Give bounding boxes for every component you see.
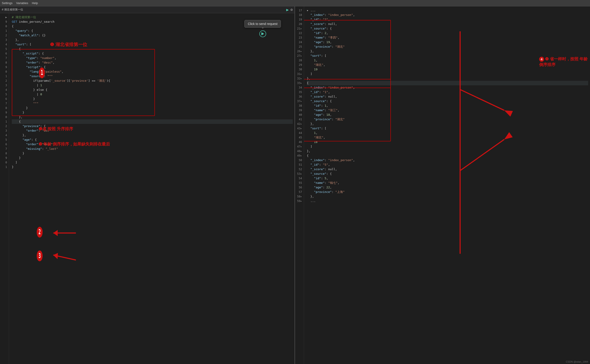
code-line: "name": "钱七", xyxy=(307,181,588,185)
code-line: } xyxy=(12,165,293,169)
code-line: { xyxy=(12,47,293,51)
play-icon xyxy=(261,32,264,35)
code-line: } xyxy=(12,97,293,101)
response-content: 17 18 19 20 21▸ 22 23 24 25 26▸ 27▸ 28 2… xyxy=(295,6,590,364)
code-line: "name": "李四", xyxy=(307,35,588,40)
code-line: } xyxy=(12,110,293,115)
code-line: "province": "上海" xyxy=(307,190,588,194)
code-line: 19 xyxy=(307,67,588,72)
code-line: ] xyxy=(12,160,293,165)
code-line: ] xyxy=(307,72,588,76)
code-line: } else { xyxy=(12,88,293,92)
response-line-numbers: 17 18 19 20 21▸ 22 23 24 25 26▸ 27▸ 28 2… xyxy=(295,6,304,364)
code-line: "sort": [ xyxy=(307,53,588,58)
code-line: "_id": "1", xyxy=(307,90,588,94)
code-line: "_script": { xyxy=(12,51,293,56)
code-line: "order": "asc" xyxy=(12,129,293,133)
code-line: }, xyxy=(307,122,588,126)
menu-item-variables[interactable]: Variables xyxy=(16,1,28,5)
code-line: "type": "number", xyxy=(12,56,293,60)
code-line: "_id": "2", xyxy=(307,17,588,22)
menubar: Settings Variables Help xyxy=(0,0,590,6)
code-line: "id": 5, xyxy=(307,176,588,181)
code-line: } xyxy=(12,151,293,156)
line-numbers: ▶ 9 0 1 2 3 4 5 6 7 8 9 0 1 2 3 4 5 6 7 xyxy=(0,13,9,364)
code-line: "湖北", xyxy=(307,63,588,67)
code-line: ▸ ... xyxy=(307,8,588,13)
code-line: "sort": [ xyxy=(12,42,293,47)
code-line: ... xyxy=(307,199,588,203)
code-line: "order": "desc", xyxy=(12,142,293,147)
svg-marker-0 xyxy=(261,32,264,35)
code-line: "id": 1, xyxy=(307,104,588,108)
code-line: }, xyxy=(307,76,588,81)
code-line: "_index": "index_person", xyxy=(307,13,588,17)
code-line: }, xyxy=(307,194,588,199)
editor-icons: ▶ ⚙ xyxy=(286,7,293,12)
code-line: "_index": "index_person", xyxy=(307,85,588,90)
response-code-area: ▸ ... "_index": "index_person", "_id": "… xyxy=(304,6,590,364)
link-icon[interactable]: ⚙ xyxy=(291,7,293,12)
code-line: { xyxy=(12,119,293,124)
code-line: if(params['_source']['province'] == '湖北'… xyxy=(12,78,293,83)
code-line: "missing": "_last" xyxy=(12,147,293,151)
send-request-area: Click to send request xyxy=(244,20,281,37)
tooltip-bubble: Click to send request xyxy=(244,20,281,28)
code-line: # 湖北省排第一位 xyxy=(12,15,293,20)
code-line: "age": { xyxy=(12,137,293,142)
code-line: { xyxy=(307,81,588,85)
code-line: "_id": "5", xyxy=(307,162,588,167)
code-line: """ xyxy=(12,101,293,106)
code-line: { xyxy=(307,153,588,158)
code-line: } xyxy=(12,156,293,160)
code-line: "湖北", xyxy=(307,135,588,140)
response-panel: 17 18 19 20 21▸ 22 23 24 25 26▸ 27▸ 28 2… xyxy=(295,6,590,364)
code-line: "_source": { xyxy=(307,99,588,104)
code-line: } xyxy=(12,106,293,110)
code-line: "age": 19, xyxy=(307,40,588,45)
code-line: "_source": { xyxy=(307,172,588,176)
code-line: "age": 22, xyxy=(307,185,588,190)
code-line: | 1 xyxy=(12,83,293,88)
code-line: 1, xyxy=(307,58,588,63)
code-line: }, xyxy=(12,115,293,119)
code-line: "_score": null, xyxy=(307,22,588,26)
code-line: "_score": null, xyxy=(307,94,588,99)
code-line: }, xyxy=(12,133,293,137)
editor-panel: # 湖北省排第一位 ▶ ⚙ Click to send request ▶ 9 … xyxy=(0,6,295,364)
code-line: 18 xyxy=(307,140,588,144)
code-line: }, xyxy=(307,149,588,153)
watermark: CSDN @wlan_1994 xyxy=(566,360,588,363)
code-line: "province": "湖北" xyxy=(307,117,588,122)
code-line: "province": { xyxy=(12,124,293,129)
code-line: "source": """ xyxy=(12,74,293,78)
code-line: "script": { xyxy=(12,65,293,69)
code-line: "order": "desc", xyxy=(12,60,293,65)
code-line: "name": "张三", xyxy=(307,108,588,113)
editor-title: # 湖北省排第一位 xyxy=(2,8,23,12)
menu-item-settings[interactable]: Settings xyxy=(2,1,13,5)
run-icon[interactable]: ▶ xyxy=(286,7,289,12)
code-line: "_score": null, xyxy=(307,167,588,172)
main-layout: # 湖北省排第一位 ▶ ⚙ Click to send request ▶ 9 … xyxy=(0,6,590,364)
tooltip-text: Click to send request xyxy=(248,22,278,26)
editor-header: # 湖北省排第一位 ▶ ⚙ xyxy=(0,6,295,13)
code-line: ] xyxy=(307,144,588,149)
code-line: 1, xyxy=(307,131,588,135)
code-line: }, xyxy=(12,38,293,42)
code-line: "_source": { xyxy=(307,26,588,31)
code-line: "_index": "index_person", xyxy=(307,158,588,162)
code-line: "sort": [ xyxy=(307,126,588,131)
code-line: "id": 2, xyxy=(307,31,588,35)
code-line: "province": "湖北" xyxy=(307,45,588,49)
code-line: "age": 18, xyxy=(307,113,588,117)
code-editor: ▶ 9 0 1 2 3 4 5 6 7 8 9 0 1 2 3 4 5 6 7 xyxy=(0,13,295,364)
code-line: }, xyxy=(307,49,588,53)
code-line: | 0 xyxy=(12,92,293,97)
send-button[interactable] xyxy=(259,30,266,37)
code-line: "lang": "painless", xyxy=(12,69,293,74)
menu-item-help[interactable]: Help xyxy=(32,1,38,5)
code-area: # 湖北省排第一位 GET index_person/_search { "qu… xyxy=(9,13,295,364)
